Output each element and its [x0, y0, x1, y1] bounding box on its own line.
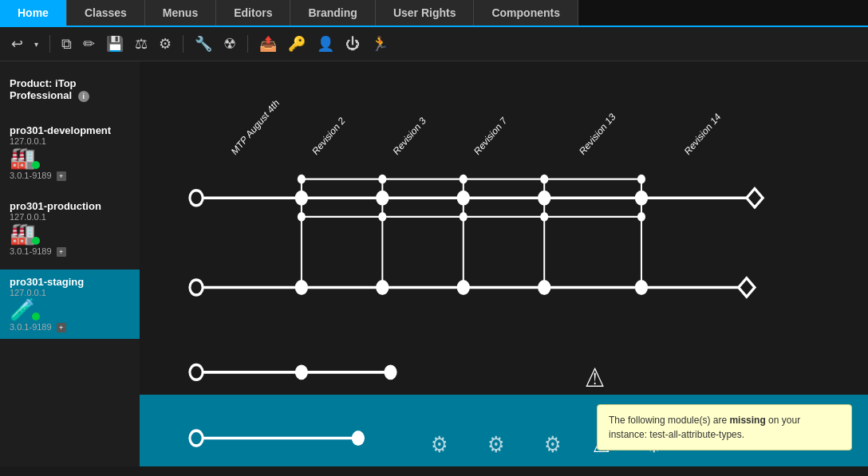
tab-menus[interactable]: Menus: [145, 0, 216, 26]
missing-icon-3: ⚙: [544, 432, 561, 458]
grid-node-1[interactable]: [298, 175, 306, 184]
version-plus-development[interactable]: +: [57, 171, 66, 181]
instance-version-staging: 3.0.1-9189 +: [10, 322, 130, 332]
balance-icon[interactable]: ⚖: [132, 33, 151, 54]
instance-staging[interactable]: pro301-staging 127.0.0.1 🧪 3.0.1-9189 +: [0, 269, 140, 339]
export-icon[interactable]: 📤: [256, 33, 280, 54]
label-mtp: MTP August 4th: [230, 97, 282, 158]
instance-icon-row-staging: 🧪: [10, 297, 130, 322]
instance-ip-production: 127.0.0.1: [10, 212, 130, 222]
product-label: Product: iTop Professional i: [0, 69, 140, 118]
tab-components[interactable]: Components: [474, 0, 578, 26]
status-dot-staging: [32, 313, 40, 321]
node-row1-4[interactable]: [539, 191, 550, 205]
label-rev7: Revision 7: [472, 115, 509, 158]
product-label-text: Product: iTop Professional: [10, 77, 77, 101]
grid-node-2[interactable]: [378, 175, 386, 184]
instance-version-development: 3.0.1-9189 +: [10, 171, 130, 181]
separator-1: [49, 35, 50, 53]
node-row1-start[interactable]: [190, 191, 203, 206]
node-row1-1[interactable]: [296, 191, 307, 205]
instance-name-development: pro301-development: [10, 124, 130, 136]
node-row4-start[interactable]: [190, 431, 203, 446]
factory-icon-development: 🏭: [10, 146, 35, 170]
node-row1-3[interactable]: [458, 191, 469, 205]
flask-icon-staging: 🧪: [10, 297, 35, 321]
node-row1-2[interactable]: [377, 191, 388, 205]
status-dot-development: [32, 161, 40, 169]
grid-node-5[interactable]: [637, 175, 645, 184]
instance-name-staging: pro301-staging: [10, 276, 130, 288]
node-row3-start[interactable]: [190, 364, 203, 380]
diamond-row2[interactable]: [739, 278, 755, 297]
info-icon[interactable]: i: [78, 91, 89, 102]
power-icon[interactable]: ⏻: [342, 34, 363, 54]
label-rev2: Revision 2: [310, 115, 347, 158]
instance-icon-row-development: 🏭: [10, 146, 130, 171]
grid-node-3[interactable]: [460, 175, 468, 184]
grid-node-4[interactable]: [540, 175, 548, 184]
instance-ip-staging: 127.0.0.1: [10, 288, 130, 297]
missing-icon-2: ⚙: [487, 432, 504, 458]
instance-version-production: 3.0.1-9189 +: [10, 246, 130, 257]
user-icon[interactable]: 👤: [314, 33, 337, 54]
instance-production[interactable]: pro301-production 127.0.0.1 🏭 3.0.1-9189…: [0, 194, 140, 263]
missing-icon-1: ⚙: [431, 432, 448, 458]
label-rev14: Revision 14: [683, 111, 724, 158]
node-row4-1[interactable]: [353, 431, 364, 445]
tab-home[interactable]: Home: [0, 0, 67, 26]
gear-icon[interactable]: ⚙: [156, 33, 175, 54]
factory-icon-production: 🏭: [10, 222, 35, 246]
wrench-icon[interactable]: 🔧: [191, 33, 215, 54]
separator-3: [247, 35, 248, 53]
version-plus-staging[interactable]: +: [57, 323, 66, 332]
nav-tabs: Home Classes Menus Editors Branding User…: [0, 0, 868, 27]
run-icon[interactable]: 🏃: [368, 33, 392, 54]
main-area: Product: iTop Professional i pro301-deve…: [0, 61, 868, 466]
left-panel: Product: iTop Professional i pro301-deve…: [0, 61, 140, 466]
version-plus-production[interactable]: +: [57, 247, 66, 257]
diagram-area: MTP August 4th Revision 2 Revision 3 Rev…: [140, 61, 868, 466]
key-icon[interactable]: 🔑: [285, 33, 309, 54]
node-row3-2[interactable]: [385, 366, 396, 380]
instance-ip-development: 127.0.0.1: [10, 136, 130, 146]
warning-production: ⚠: [585, 363, 606, 393]
node-row3-1[interactable]: [296, 366, 307, 380]
undo-dropdown-icon[interactable]: ▾: [31, 38, 41, 50]
undo-icon[interactable]: ↩: [8, 33, 26, 54]
tooltip-text: The following module(s) are missing on y…: [609, 415, 800, 440]
edit-icon[interactable]: ✏: [80, 33, 98, 54]
save-icon[interactable]: 💾: [103, 33, 127, 54]
node-row2-start[interactable]: [190, 280, 203, 295]
tab-editors[interactable]: Editors: [216, 0, 290, 26]
label-rev13: Revision 13: [578, 111, 618, 158]
instance-development[interactable]: pro301-development 127.0.0.1 🏭 3.0.1-918…: [0, 118, 140, 187]
tab-user-rights[interactable]: User Rights: [376, 0, 475, 26]
toolbar: ↩ ▾ ⧉ ✏ 💾 ⚖ ⚙ 🔧 ☢ 📤 🔑 👤 ⏻ 🏃: [0, 27, 868, 61]
status-dot-production: [32, 237, 40, 245]
radiation-icon[interactable]: ☢: [220, 33, 239, 54]
tab-branding[interactable]: Branding: [290, 0, 375, 26]
tab-classes[interactable]: Classes: [67, 0, 145, 26]
separator-2: [183, 35, 183, 53]
copy-icon[interactable]: ⧉: [58, 34, 75, 54]
instance-icon-row-production: 🏭: [10, 222, 130, 246]
instance-name-production: pro301-production: [10, 200, 130, 212]
diamond-row1[interactable]: [747, 188, 763, 207]
label-rev3: Revision 3: [391, 115, 428, 158]
node-row1-5[interactable]: [636, 191, 647, 205]
tooltip-box: The following module(s) are missing on y…: [597, 404, 852, 450]
